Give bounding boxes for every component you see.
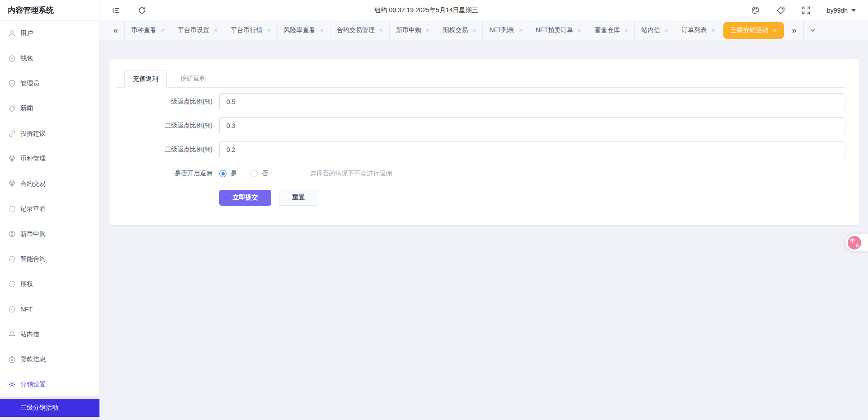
radio-option-yes[interactable]: 是 [219, 170, 237, 178]
close-icon[interactable]: × [519, 27, 523, 33]
tag-icon[interactable] [776, 6, 785, 15]
sidebar-item-feedback[interactable]: 投拆建议 [0, 121, 99, 146]
topbar-right: by99dh [751, 6, 868, 15]
sidebar-submenu: 三级分销活动 [0, 396, 99, 420]
sidebar-item-news[interactable]: 新闻 [0, 96, 99, 122]
rebate-form: 一级返点比例(%) 二级返点比例(%) 三级返点比例(%) 是否开启返佣 是 否 [109, 93, 859, 206]
sidebar-item-nft[interactable]: NFT [0, 297, 99, 322]
sidebar-subitem-three-level-distribution[interactable]: 三级分销活动 [0, 399, 99, 417]
sidebar-item-admins[interactable]: 管理员 [0, 71, 99, 96]
close-icon[interactable]: × [578, 27, 581, 33]
form-row-level3: 三级返点比例(%) [117, 141, 845, 158]
form-row-level2: 二级返点比例(%) [117, 117, 845, 134]
content-card: 充值返利 挖矿返利 一级返点比例(%) 二级返点比例(%) 三级返点比例(%) … [109, 59, 859, 225]
link-icon [8, 130, 16, 137]
translate-widget[interactable]: 中 A [846, 234, 868, 251]
level1-rebate-input[interactable] [219, 93, 845, 110]
tab-three-level-distribution-active[interactable]: 三级分销活动 × [723, 22, 784, 39]
tab-platform-coin-market[interactable]: 平台币行情 × [224, 20, 277, 40]
tab-label: 平台币行情 [231, 26, 262, 34]
form-row-buttons: 立即提交 重置 [117, 189, 845, 206]
close-icon[interactable]: × [773, 27, 777, 33]
level2-rebate-input[interactable] [219, 117, 845, 134]
close-icon[interactable]: × [472, 27, 476, 33]
close-icon[interactable]: × [161, 27, 165, 33]
sidebar-item-distribution-settings[interactable]: 分销设置 [0, 372, 99, 397]
close-icon[interactable]: × [426, 27, 429, 33]
close-icon[interactable]: × [214, 27, 217, 33]
sidebar-item-coins[interactable]: 币种管理 [0, 146, 99, 172]
palette-icon[interactable] [751, 6, 760, 15]
sidebar-item-label: 贷款信息 [20, 355, 46, 363]
radio-yes-label: 是 [231, 170, 237, 178]
user-menu[interactable]: by99dh [827, 7, 856, 14]
gem-icon [8, 180, 16, 188]
close-icon[interactable]: × [624, 27, 628, 33]
tab-blind-box-warehouse[interactable]: 盲盒仓库 × [588, 20, 635, 40]
sidebar-item-loans[interactable]: 贷款信息 [0, 347, 99, 373]
sidebar-item-records[interactable]: 记录查看 [0, 197, 99, 222]
sidebar-item-wallet[interactable]: 钱包 [0, 46, 99, 71]
tab-recharge-rebate[interactable]: 充值返利 [124, 71, 167, 88]
tab-coin-view[interactable]: 币种查看 × [125, 20, 171, 40]
tab-order-list[interactable]: 订单列表 × [675, 20, 722, 40]
gem-icon [8, 155, 16, 163]
refresh-icon[interactable] [137, 6, 146, 15]
radio-option-no[interactable]: 否 [250, 170, 268, 178]
sidebar-item-label: 站内信 [20, 330, 39, 339]
sidebar-item-label: 分销设置 [20, 381, 46, 389]
tab-mining-rebate[interactable]: 挖矿返利 [167, 70, 219, 87]
translate-icon: 中 A [848, 236, 861, 250]
fullscreen-icon[interactable] [802, 6, 811, 15]
dollar-circle-icon [8, 230, 16, 238]
translate-en-glyph: A [856, 243, 859, 248]
username-text: by99dh [827, 7, 848, 14]
tab-new-coin-subscribe[interactable]: 新币申购 × [390, 20, 436, 40]
tabs-menu-button[interactable] [803, 20, 822, 40]
sidebar-item-label: 智能合约 [20, 255, 46, 263]
close-icon[interactable]: × [267, 27, 270, 33]
tab-contract-trade-manage[interactable]: 合约交易管理 × [330, 20, 390, 40]
tab-label: 站内信 [641, 26, 660, 34]
sidebar-item-options[interactable]: 期权 [0, 272, 99, 297]
sidebar-item-messages[interactable]: 站内信 [0, 322, 99, 347]
close-icon[interactable]: × [379, 27, 383, 33]
tab-label: 平台币设置 [178, 26, 209, 34]
sidebar-item-smart-contract[interactable]: 智能合约 [0, 247, 99, 272]
tab-platform-coin-settings[interactable]: 平台币设置 × [171, 20, 224, 40]
tabs-scroll-left-button[interactable]: « [107, 20, 125, 40]
sidebar-item-label: 新币申购 [20, 230, 46, 238]
tab-label: 风险率查看 [284, 26, 316, 34]
sidebar-item-users[interactable]: 用户 [0, 21, 99, 46]
close-icon[interactable]: × [665, 27, 668, 33]
sidebar-item-label: 记录查看 [20, 205, 46, 213]
sidebar-fold-icon[interactable] [112, 6, 121, 15]
dashed-circle-icon [8, 205, 16, 213]
tabs-scroll-right-button[interactable]: » [785, 20, 803, 40]
tag-icon [8, 105, 16, 113]
level3-rebate-input[interactable] [219, 141, 845, 158]
submit-button[interactable]: 立即提交 [219, 190, 271, 206]
tab-label: NFT列表 [489, 26, 514, 34]
sidebar-item-new-coin[interactable]: 新币申购 [0, 222, 99, 247]
radio-no-label: 否 [262, 170, 268, 178]
close-icon[interactable]: × [320, 27, 324, 33]
tab-nft-auction-orders[interactable]: NFT拍卖订单 × [529, 20, 588, 40]
tab-site-messages[interactable]: 站内信 × [635, 20, 675, 40]
tab-label: 期权交易 [443, 26, 468, 34]
chevron-down-icon [810, 27, 816, 33]
tab-label: 币种查看 [131, 26, 156, 34]
reset-button[interactable]: 重置 [279, 190, 318, 206]
sidebar-item-contract-trade[interactable]: 合约交易 [0, 171, 99, 197]
tab-risk-rate-view[interactable]: 风险率查看 × [278, 20, 330, 40]
tab-nft-list[interactable]: NFT列表 × [483, 20, 529, 40]
form-row-level1: 一级返点比例(%) [117, 93, 845, 110]
tab-label: 盲盒仓库 [594, 26, 620, 34]
tab-options-trade[interactable]: 期权交易 × [436, 20, 483, 40]
sidebar-item-label: 投拆建议 [20, 130, 46, 138]
topbar-left [99, 6, 146, 15]
close-icon[interactable]: × [712, 27, 715, 33]
clock-text: 纽约:09:37:19 2025年5月14日星期三 [375, 0, 478, 20]
tab-label: NFT拍卖订单 [536, 26, 573, 34]
clipboard-icon [8, 356, 16, 363]
